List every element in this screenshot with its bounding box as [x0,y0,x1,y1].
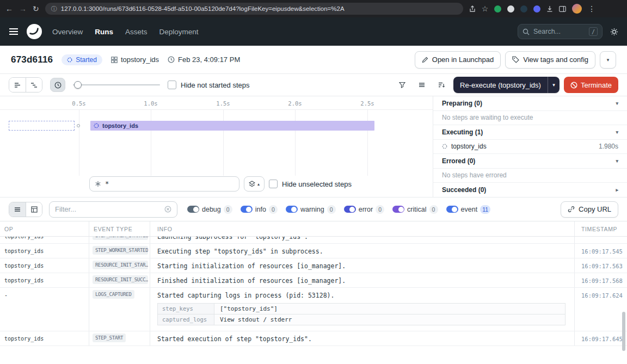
downloads-icon[interactable] [546,5,553,13]
nav-item-deployment[interactable]: Deployment [159,28,199,36]
log-row[interactable]: topstory_ids STEP_WORKER_STARTED Executi… [0,244,627,258]
gantt-timed-view-button[interactable] [50,78,65,92]
hide-not-started-label: Hide not started steps [181,81,249,89]
gantt-minimap-viewport[interactable] [9,121,75,131]
log-row[interactable]: topstory_ids STEP_START Started executio… [0,331,627,346]
hide-not-started-checkbox[interactable]: Hide not started steps [168,81,249,89]
toggle-icon [392,206,404,213]
chip-count: 0 [269,205,278,214]
log-table-body[interactable]: topstory_ids STEP_WORKER_STARTI… Launchi… [0,237,627,364]
log-table-header: OP EVENT TYPE INFO TIMESTAMP [0,221,627,237]
chip-count: 0 [224,205,232,214]
search-input[interactable]: Search... / [518,24,603,39]
column-header-info: INFO [150,221,575,236]
profile-avatar[interactable] [572,4,582,14]
gantt-flat-view-button[interactable] [9,78,26,92]
url-bar[interactable]: ⓘ 127.0.0.1:3000/runs/673d6116-0528-45df… [45,3,463,15]
run-job[interactable]: topstory_ids [111,55,159,64]
settings-gear-icon[interactable] [610,28,618,36]
tag-icon [512,56,519,63]
back-icon[interactable]: ← [5,5,13,13]
hamburger-menu-icon[interactable] [9,28,19,35]
gantt-waterfall-view-button[interactable] [26,78,42,92]
log-filter-error[interactable]: error 0 [344,205,384,214]
chip-count: 0 [376,205,384,214]
browser-menu-icon[interactable]: ⋮ [588,5,595,13]
gantt-step-bar[interactable]: topstory_ids [90,121,374,131]
share-icon[interactable] [469,5,476,13]
forward-icon[interactable]: → [19,5,27,13]
reexecute-button[interactable]: Re-execute (topstory_ids) [453,77,548,93]
step-name: topstory_ids [451,143,487,150]
nav-item-assets[interactable]: Assets [125,28,147,36]
bookmark-star-icon[interactable]: ☆ [482,5,489,13]
slider-knob[interactable] [74,81,82,89]
log-info: Started capturing logs in process (pid: … [150,288,575,331]
clock-icon [168,56,175,63]
panel-executing-step[interactable]: topstory_ids 1.980s [433,140,627,155]
view-tags-config-button[interactable]: View tags and config [505,51,595,69]
clear-filter-icon[interactable] [164,206,171,213]
sort-button[interactable] [434,78,449,92]
log-op: topstory_ids [0,258,89,273]
log-level-filters: debug 0 info 0 warning 0 error 0 critica… [187,205,490,214]
filter-funnel-button[interactable] [395,78,410,92]
nav-item-runs[interactable]: Runs [95,28,113,36]
meta-row: captured_logs View stdout / stderr [158,314,565,325]
log-filter-info[interactable]: info 0 [241,205,278,214]
checkbox-icon [168,81,176,89]
log-row[interactable]: topstory_ids RESOURCE_INIT_STAR… Startin… [0,258,627,273]
log-filter-event[interactable]: event 11 [446,205,491,214]
terminate-button[interactable]: Terminate [564,77,618,93]
panel-section-preparing[interactable]: Preparing (0) ▾ [433,96,627,111]
dagster-logo[interactable] [26,23,42,40]
log-filter-warning[interactable]: warning 0 [286,205,336,214]
hide-unselected-checkbox[interactable]: Hide unselected steps [269,180,352,188]
header-more-actions-button[interactable]: ▾ [600,51,616,69]
zoom-to-fit-button[interactable]: ▴ [244,176,265,192]
logs-list-view-button[interactable] [9,202,26,217]
extension-icon-green[interactable] [494,5,501,13]
site-info-icon[interactable]: ⓘ [51,5,57,13]
side-panel-icon[interactable] [559,6,566,12]
chip-label: debug [202,206,221,213]
step-duration: 1.980s [599,143,618,150]
panel-section-executing[interactable]: Executing (1) ▾ [433,125,627,140]
run-status-label: Started [76,56,97,64]
reload-icon[interactable]: ↻ [33,5,39,13]
log-timestamp: 16:09:17.624 [575,288,627,331]
axis-tick: 1.0s [144,100,157,107]
extension-icon-light[interactable] [507,5,514,13]
event-type-badge: LOGS_CAPTURED [93,290,134,299]
nav-item-overview[interactable]: Overview [52,28,83,36]
open-launchpad-button[interactable]: Open in Launchpad [415,51,501,69]
run-main: 0.5s 1.0s 1.5s 2.0s 2.5s topstory_ids [0,96,627,198]
log-row[interactable]: topstory_ids STEP_WORKER_STARTI… Launchi… [0,237,627,244]
step-selector-input[interactable]: * [89,176,239,192]
reexecute-caret-button[interactable]: ▾ [548,77,560,93]
scrollbar-thumb[interactable] [622,312,625,351]
log-row[interactable]: topstory_ids RESOURCE_INIT_SUCC… Finishe… [0,273,627,288]
section-title: Executing (1) [442,128,483,136]
gridline [151,109,151,176]
step-selector-value: * [105,180,109,188]
copy-url-button[interactable]: Copy URL [561,201,618,218]
extension-icon-indigo[interactable] [533,5,540,13]
extension-icon-dark[interactable] [520,5,527,13]
log-event-type: STEP_START [89,331,150,346]
view-stdout-stderr-link[interactable]: View stdout / stderr [214,314,565,325]
event-type-badge: STEP_START [93,334,126,342]
logs-table-view-button[interactable] [26,202,42,217]
log-filter-input[interactable] [55,205,160,213]
panel-section-errored[interactable]: Errored (0) ▾ [433,154,627,169]
axis-tick: 1.5s [216,100,230,107]
panel-section-succeeded[interactable]: Succeeded (0) ▸ [433,183,627,197]
log-filter-debug[interactable]: debug 0 [187,205,232,214]
log-row-logs-captured[interactable]: - LOGS_CAPTURED Started capturing logs i… [0,288,627,331]
log-op: topstory_ids [0,273,89,288]
log-filter-critical[interactable]: critical 0 [392,205,438,214]
gantt-zoom-slider[interactable] [73,81,160,89]
row-density-button[interactable] [414,78,429,92]
log-op: topstory_ids [0,244,89,258]
log-op: topstory_ids [0,331,89,346]
